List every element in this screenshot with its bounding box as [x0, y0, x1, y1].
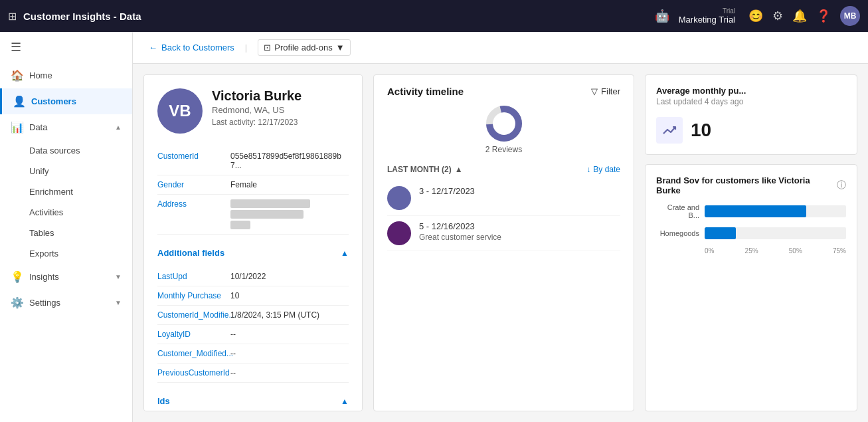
bar-axis-0: 0%: [705, 247, 714, 255]
timeline-dot-1: [387, 221, 411, 245]
month-label: LAST MONTH (2) ▲: [387, 165, 463, 174]
profile-addons-label: Profile add-ons: [274, 43, 332, 53]
bar-container-1: [705, 227, 846, 239]
sidebar-item-exports[interactable]: Exports: [29, 243, 132, 264]
bot-icon[interactable]: 🤖: [655, 9, 669, 23]
user-avatar[interactable]: MB: [840, 6, 860, 26]
profile-addons-button[interactable]: ⊡ Profile add-ons ▼: [258, 39, 350, 56]
timeline-month-header: LAST MONTH (2) ▲ ↓ By date: [387, 165, 620, 174]
profile-addons-chevron-icon: ▼: [336, 43, 345, 53]
sort-icon: ↓: [586, 165, 590, 174]
main-layout: ☰ 🏠 Home 👤 Customers 📊 Data ▲ Data sourc…: [0, 32, 868, 422]
additional-fields-chevron-icon[interactable]: ▲: [341, 249, 349, 258]
metric-subtitle: Last updated 4 days ago: [656, 97, 846, 106]
data-chevron-icon: ▲: [115, 124, 122, 131]
by-date-button[interactable]: ↓ By date: [586, 165, 620, 174]
brand-card: Brand Sov for customers like Victoria Bu…: [645, 164, 857, 411]
metric-title: Average monthly pu...: [656, 86, 846, 96]
page-content: VB Victoria Burke Redmond, WA, US Last a…: [133, 64, 868, 422]
field-row-monthly-purchase: Monthly Purchase 10: [157, 286, 349, 306]
grid-icon[interactable]: ⊞: [8, 10, 17, 23]
gear-icon[interactable]: ⚙: [772, 9, 783, 23]
sidebar-label-settings: Settings: [29, 298, 108, 308]
data-icon: 📊: [11, 121, 23, 134]
timeline-section: LAST MONTH (2) ▲ ↓ By date 3 - 12/17/202…: [387, 165, 620, 251]
field-label-customer-modified: Customer_Modified...: [157, 349, 224, 358]
sidebar-item-enrichment[interactable]: Enrichment: [29, 181, 132, 202]
field-row-customerid-modified: CustomerId_Modifie... 1/8/2024, 3:15 PM …: [157, 306, 349, 325]
metric-value-row: 10: [656, 117, 846, 144]
bar-row-0: Crate and B...: [656, 203, 846, 219]
emoji-icon[interactable]: 😊: [748, 9, 763, 23]
bar-fill-1: [705, 227, 736, 239]
metric-icon: [656, 117, 683, 144]
bar-label-0: Crate and B...: [656, 203, 699, 219]
info-icon[interactable]: ⓘ: [837, 179, 846, 191]
bar-row-1: Homegoods: [656, 227, 846, 239]
customer-fields: CustomerId 055e8517899d5ef8f19861889b7..…: [157, 147, 349, 235]
timeline-date-0: 3 - 12/17/2023: [419, 186, 620, 196]
metric-card: Average monthly pu... Last updated 4 day…: [645, 74, 857, 155]
field-row-address: Address: [157, 195, 349, 235]
bell-icon[interactable]: 🔔: [792, 9, 807, 23]
filter-label: Filter: [601, 86, 620, 96]
field-value-gender: Female: [230, 180, 257, 189]
sidebar-label-data: Data: [29, 122, 108, 132]
metric-number: 10: [691, 120, 711, 141]
sidebar: ☰ 🏠 Home 👤 Customers 📊 Data ▲ Data sourc…: [0, 32, 133, 422]
customer-avatar: VB: [157, 88, 203, 134]
bar-axis-2: 50%: [789, 247, 802, 255]
ids-chevron-icon[interactable]: ▲: [341, 397, 349, 406]
timeline-dot-0: [387, 186, 411, 210]
sidebar-item-data-sources[interactable]: Data sources: [29, 140, 132, 161]
customer-card: VB Victoria Burke Redmond, WA, US Last a…: [143, 74, 363, 411]
filter-button[interactable]: ▽ Filter: [591, 86, 620, 96]
field-value-monthly-purchase: 10: [230, 291, 239, 300]
field-row-gender: Gender Female: [157, 175, 349, 195]
timeline-item-0: 3 - 12/17/2023: [387, 181, 620, 216]
field-label-previous-customerid: PreviousCustomerId: [157, 368, 224, 377]
customer-info: Victoria Burke Redmond, WA, US Last acti…: [212, 88, 302, 127]
activity-title: Activity timeline: [387, 86, 464, 97]
field-value-customer-modified: --: [230, 349, 236, 358]
activity-header: Activity timeline ▽ Filter: [387, 86, 620, 97]
app-title: Customer Insights - Data: [23, 11, 655, 22]
field-label-lastupd: LastUpd: [157, 272, 224, 281]
field-label-gender: Gender: [157, 180, 224, 189]
back-to-customers-button[interactable]: ← Back to Customers: [149, 43, 234, 53]
field-value-lastupd: 10/1/2022: [230, 272, 266, 281]
back-label: Back to Customers: [161, 43, 234, 53]
main-content: ← Back to Customers | ⊡ Profile add-ons …: [133, 32, 868, 422]
sidebar-item-settings[interactable]: ⚙️ Settings ▼: [0, 290, 132, 316]
month-chevron-icon[interactable]: ▲: [455, 165, 463, 174]
insights-chevron-icon: ▼: [115, 273, 122, 280]
bar-chart: Crate and B... Homegoods 0: [656, 203, 846, 255]
sidebar-item-data[interactable]: 📊 Data ▲: [0, 114, 132, 140]
sidebar-label-home: Home: [29, 70, 122, 80]
customers-icon: 👤: [13, 95, 25, 108]
timeline-info-0: 3 - 12/17/2023: [419, 186, 620, 196]
field-value-customerid-modified: 1/8/2024, 3:15 PM (UTC): [230, 310, 319, 320]
trial-info: Trial Marketing Trial: [679, 7, 735, 25]
bar-fill-0: [705, 205, 806, 217]
sidebar-label-insights: Insights: [29, 272, 108, 282]
sidebar-item-insights[interactable]: 💡 Insights ▼: [0, 264, 132, 290]
field-label-loyaltyid: LoyaltyID: [157, 330, 224, 339]
hamburger-icon[interactable]: ☰: [0, 32, 132, 62]
topbar-right: 🤖 Trial Marketing Trial 😊 ⚙ 🔔 ❓ MB: [655, 6, 860, 26]
field-row-customer-modified: Customer_Modified... --: [157, 344, 349, 364]
bar-axis: 0% 25% 50% 75%: [656, 247, 846, 255]
sidebar-item-tables[interactable]: Tables: [29, 223, 132, 243]
timeline-desc-1: Great customer service: [419, 233, 620, 242]
field-row-previous-customerid: PreviousCustomerId --: [157, 364, 349, 383]
settings-chevron-icon: ▼: [115, 299, 122, 306]
help-icon[interactable]: ❓: [816, 9, 831, 23]
review-wrapper: 2 Reviews: [485, 105, 523, 154]
bar-axis-1: 25%: [745, 247, 758, 255]
sidebar-item-activities[interactable]: Activities: [29, 202, 132, 223]
field-row-lastupd: LastUpd 10/1/2022: [157, 267, 349, 286]
sidebar-item-customers[interactable]: 👤 Customers: [0, 88, 132, 114]
sidebar-item-unify[interactable]: Unify: [29, 161, 132, 181]
field-row-customerid: CustomerId 055e8517899d5ef8f19861889b7..…: [157, 147, 349, 175]
sidebar-item-home[interactable]: 🏠 Home: [0, 62, 132, 88]
